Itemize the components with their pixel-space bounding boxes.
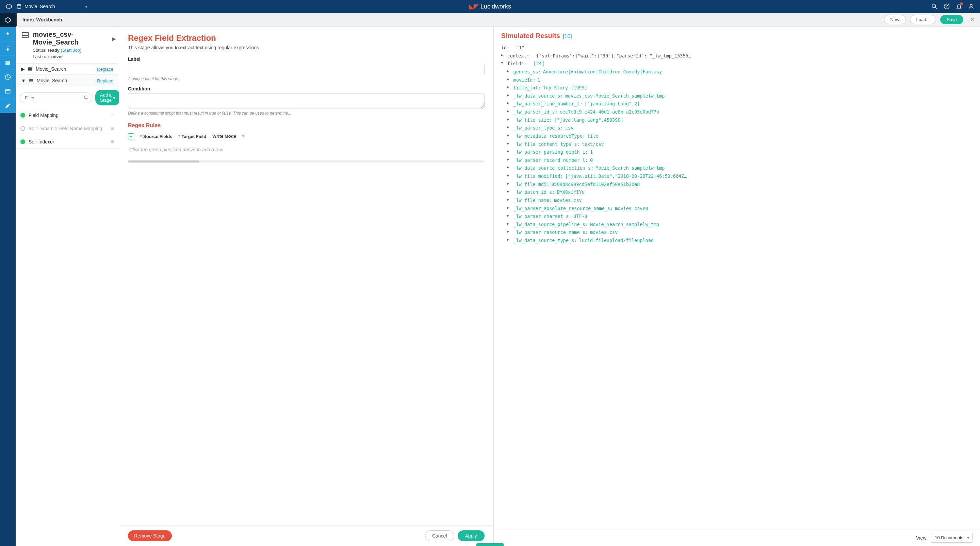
accordion-pipeline[interactable]: ▼ Movie_Search Replace: [16, 75, 119, 86]
view-documents-select[interactable]: 10 Documents: [931, 533, 972, 543]
caret-right-icon[interactable]: ▶: [508, 140, 511, 146]
drag-handle-icon[interactable]: ≡: [111, 112, 114, 118]
replace-link[interactable]: Replace: [97, 67, 113, 72]
field-row[interactable]: ▶_lw_parser_type_s: csv: [501, 124, 972, 132]
caret-right-icon[interactable]: ▶: [508, 188, 511, 194]
rail-collections[interactable]: [0, 56, 16, 70]
field-value: movies.csv: [590, 229, 617, 236]
resize-handle[interactable]: [476, 543, 504, 546]
label-input[interactable]: [128, 64, 485, 75]
field-row[interactable]: ▶_lw_data_source_s: movies_csv-Movie_Sea…: [501, 92, 972, 100]
apply-button[interactable]: Apply: [458, 530, 485, 541]
caret-right-icon[interactable]: ▶: [501, 52, 505, 58]
field-row[interactable]: ▶_lw_metadata_resourceType: file: [501, 132, 972, 140]
caret-right-icon[interactable]: ▶: [508, 197, 511, 203]
field-row[interactable]: ▶movieId: 1: [501, 76, 972, 84]
caret-right-icon[interactable]: ▶: [508, 156, 511, 162]
caret-right-icon[interactable]: ▶: [508, 100, 511, 106]
cancel-button[interactable]: Cancel: [425, 530, 454, 541]
caret-right-icon[interactable]: ▶: [508, 108, 511, 114]
brand-title: ◣◤ Lucidworks: [328, 3, 651, 10]
field-row[interactable]: ▶_lw_file_md5: 0509b8c989cd5efd1102ef50a…: [501, 181, 972, 189]
field-row[interactable]: ▶_lw_parser_record_number_l: 0: [501, 156, 972, 165]
field-value: UTF-8: [573, 213, 587, 221]
caret-right-icon[interactable]: ▶: [508, 124, 511, 130]
field-row[interactable]: ▶_lw_file_modified: ["java.util.Date","2…: [501, 172, 972, 181]
field-row[interactable]: ▶_lw_parser_id_s: cec7e0c9-e424-40d1-ae8…: [501, 108, 972, 116]
replace-link[interactable]: Replace: [97, 78, 113, 83]
drag-handle-icon[interactable]: ≡: [111, 125, 114, 132]
start-job-link[interactable]: (Start Job): [61, 48, 82, 53]
field-row[interactable]: ▶_lw_parser_resource_name_s: movies.csv: [501, 229, 972, 236]
rail-window[interactable]: [0, 84, 16, 98]
workbench-bar: Index Workbench New Load... Save ✕: [16, 13, 980, 27]
stage-form-desc: This stage allows you to extract text us…: [128, 45, 485, 50]
field-value: ["java.lang.Long",458390]: [554, 116, 623, 124]
field-row[interactable]: ▶title_txt: Toy Story (1995): [501, 84, 972, 92]
field-row[interactable]: ▶_lw_parser_absolute_resource_name_s: mo…: [501, 205, 972, 213]
new-button[interactable]: New: [884, 15, 906, 24]
caret-down-icon[interactable]: ▼: [501, 60, 505, 66]
horizontal-scrollbar[interactable]: [128, 160, 485, 162]
simulated-results-panel: Simulated Results [10] id: "1" ▶context:…: [493, 27, 980, 546]
rail-settings[interactable]: [0, 98, 16, 113]
app-selector[interactable]: Movie_Search ▾: [16, 4, 88, 9]
field-row[interactable]: ▶_lw_file_name: movies.csv: [501, 197, 972, 205]
stage-filter-input[interactable]: [20, 92, 92, 103]
field-row[interactable]: ▶_lw_file_content_type_s: text/csv: [501, 140, 972, 149]
add-rule-button[interactable]: +: [128, 133, 134, 140]
accordion-collection[interactable]: ▶ Movie_Search Replace: [16, 63, 119, 75]
field-row[interactable]: ▶_lw_batch_id_s: BYX8xiYIYu: [501, 188, 972, 197]
datasource-header: movies_csv-Movie_Search Status: ready (S…: [16, 27, 119, 63]
caret-right-icon[interactable]: ▶: [508, 236, 511, 243]
field-key: genres_ss:: [514, 68, 541, 76]
stage-item[interactable]: Solr Dynamic Field Name Mapping≡: [16, 122, 119, 135]
caret-right-icon[interactable]: ▶: [508, 68, 511, 74]
caret-right-icon[interactable]: ▶: [508, 205, 511, 211]
caret-right-icon[interactable]: ▶: [508, 92, 511, 98]
rail-home[interactable]: [0, 13, 16, 27]
field-row[interactable]: ▶_lw_parser_line_number_l: ["java.lang.L…: [501, 100, 972, 108]
load-button[interactable]: Load...: [910, 15, 937, 24]
condition-input[interactable]: [128, 94, 485, 108]
stage-item[interactable]: Solr Indexer≡: [16, 135, 119, 149]
caret-right-icon[interactable]: ▶: [508, 84, 511, 90]
caret-right-icon[interactable]: ▶: [508, 116, 511, 122]
save-button[interactable]: Save: [940, 15, 963, 24]
field-value: text/csv: [582, 140, 604, 149]
caret-right-icon[interactable]: ▶: [508, 148, 511, 154]
search-icon[interactable]: [931, 3, 938, 10]
field-row[interactable]: ▶_lw_parser_charset_s: UTF-8: [501, 213, 972, 221]
field-row[interactable]: ▶_lw_data_source_type_s: lucid.fileuploa…: [501, 236, 972, 245]
field-row[interactable]: ▶_lw_data_source_pipeline_s: Movie_Searc…: [501, 221, 972, 229]
field-row[interactable]: ▶_lw_data_source_collection_s: Movie_Sea…: [501, 164, 972, 172]
remove-stage-button[interactable]: Remove Stage: [128, 530, 172, 541]
rail-analytics[interactable]: [0, 70, 16, 84]
field-row[interactable]: ▶_lw_parser_parsing_depth_i: 1: [501, 148, 972, 156]
caret-right-icon[interactable]: ▶: [508, 76, 511, 82]
close-icon[interactable]: ✕: [970, 16, 975, 23]
caret-right-icon[interactable]: ▶: [508, 132, 511, 138]
stage-item[interactable]: Field Mapping≡: [16, 109, 119, 122]
caret-right-icon[interactable]: ▶: [508, 172, 511, 178]
rail-index-in[interactable]: [0, 27, 16, 41]
field-row[interactable]: ▶_lw_file_size: ["java.lang.Long",458390…: [501, 116, 972, 124]
rail-index-out[interactable]: [0, 41, 16, 56]
caret-right-icon[interactable]: ▶: [508, 164, 511, 170]
user-icon[interactable]: [968, 3, 975, 10]
field-value: movies.csv: [554, 197, 582, 205]
caret-right-icon[interactable]: ▶: [508, 221, 511, 227]
caret-right-icon[interactable]: ▶: [508, 229, 511, 235]
collection-icon: [27, 66, 33, 72]
datasource-title: movies_csv-Movie_Search: [33, 30, 113, 46]
chevron-right-icon[interactable]: ▶: [112, 36, 116, 41]
drag-handle-icon[interactable]: ≡: [111, 139, 114, 145]
label-field-label: Label: [128, 56, 485, 62]
notifications-icon[interactable]: [956, 3, 962, 10]
caret-right-icon[interactable]: ▶: [508, 181, 511, 187]
add-stage-button[interactable]: Add a Stage ▾: [95, 90, 119, 105]
field-row[interactable]: ▶genres_ss: Adventure|Animation|Children…: [501, 68, 972, 76]
field-key: _lw_parser_charset_s:: [514, 213, 572, 221]
help-icon[interactable]: [943, 3, 950, 10]
caret-right-icon[interactable]: ▶: [508, 213, 511, 219]
